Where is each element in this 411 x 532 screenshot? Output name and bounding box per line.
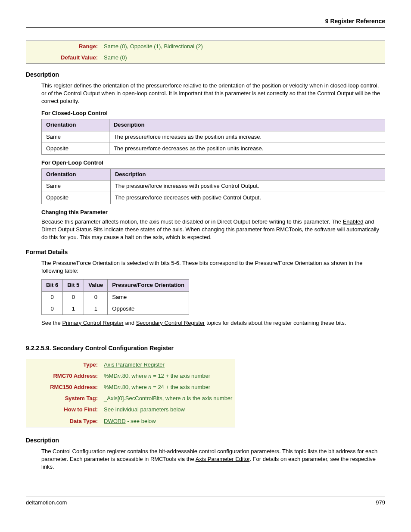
- bits-table: Bit 6 Bit 5 Value Pressure/Force Orienta…: [41, 279, 189, 315]
- see-paragraph: See the Primary Control Register and Sec…: [41, 319, 385, 327]
- cell-value: 0: [84, 291, 108, 303]
- systag-value: _Axis[0].SecControlBits, where n is the …: [101, 393, 235, 404]
- cell-orientation: Same: [42, 131, 109, 143]
- text: %MD: [104, 373, 118, 379]
- text: n: [118, 384, 121, 390]
- text: n: [118, 373, 121, 379]
- dword-link[interactable]: DWORD: [104, 418, 126, 424]
- text: is the axis number: [185, 395, 232, 401]
- text: and: [124, 320, 136, 326]
- open-loop-table: Orientation Description Same The pressur…: [41, 168, 385, 204]
- enabled-link[interactable]: Enabled: [343, 218, 364, 225]
- footer-left: deltamotion.com: [26, 499, 67, 507]
- th-description: Description: [110, 169, 385, 180]
- cell-description: The pressure/force increases with positi…: [110, 180, 385, 192]
- closed-loop-table: Orientation Description Same The pressur…: [41, 119, 385, 155]
- text: - see below: [126, 418, 156, 424]
- text: n: [148, 384, 151, 390]
- cell-bit5: 1: [63, 303, 84, 314]
- closed-loop-heading: For Closed-Loop Control: [41, 109, 385, 117]
- table-row: Opposite The pressure/force decreases as…: [42, 143, 385, 154]
- cell-bit5: 0: [63, 291, 84, 303]
- description-heading: Description: [26, 71, 385, 79]
- text: _Axis[0].SecControlBits, where: [104, 395, 182, 401]
- cell-orientation: Opposite: [42, 192, 111, 204]
- th-description: Description: [109, 119, 385, 131]
- default-value: Same (0): [104, 54, 127, 61]
- range-default-box: Range: Same (0), Opposite (1), Bidirecti…: [26, 40, 385, 64]
- text: .80, where: [121, 384, 148, 390]
- cell-description: The pressure/force decreases with positi…: [110, 192, 385, 204]
- changing-paragraph: Because this parameter affects motion, t…: [41, 218, 385, 242]
- text: = 24 + the axis number: [152, 384, 211, 390]
- description2-heading: Description: [26, 436, 385, 445]
- header-title: 9 Register Reference: [325, 18, 385, 25]
- cell-description: The pressure/force increases as the posi…: [109, 131, 385, 143]
- range-label: Range:: [79, 43, 98, 50]
- text: Because this parameter affects motion, t…: [41, 218, 343, 225]
- description2-paragraph: The Control Configuration register conta…: [41, 448, 385, 471]
- cell-orientation: Same: [108, 291, 189, 303]
- dtype-value: DWORD - see below: [101, 416, 235, 427]
- secondary-control-register-link[interactable]: Secondary Control Register: [136, 320, 205, 326]
- cell-value: 1: [84, 303, 108, 314]
- table-row: Same The pressure/force increases with p…: [42, 180, 385, 192]
- th-bit6: Bit 6: [42, 280, 63, 291]
- text: and: [363, 218, 374, 225]
- primary-control-register-link[interactable]: Primary Control Register: [62, 320, 123, 326]
- dtype-label: Data Type:: [70, 418, 98, 424]
- description-paragraph: This register defines the orientation of…: [41, 82, 385, 106]
- table-row: Opposite The pressure/force decreases wi…: [42, 192, 385, 204]
- changing-heading: Changing this Parameter: [41, 208, 385, 216]
- rmc70-label: RMC70 Address:: [53, 373, 98, 379]
- direct-output-link[interactable]: Direct Output: [41, 226, 75, 233]
- howto-label: How to Find:: [64, 406, 98, 413]
- cell-orientation: Opposite: [42, 143, 109, 154]
- axis-parameter-register-link[interactable]: Axis Parameter Register: [104, 361, 165, 368]
- th-bit5: Bit 5: [63, 280, 84, 291]
- default-label: Default Value:: [61, 54, 98, 61]
- table-row: 0 0 0 Same: [42, 291, 189, 303]
- cell-orientation: Opposite: [108, 303, 189, 314]
- th-orientation: Orientation: [42, 119, 109, 131]
- text: = 12 + the axis number: [152, 373, 211, 379]
- section-title: 9.2.2.5.9. Secondary Control Configurati…: [26, 344, 385, 353]
- axis-parameter-editor-link[interactable]: Axis Parameter Editor: [196, 456, 250, 462]
- open-loop-heading: For Open-Loop Control: [41, 159, 385, 167]
- page-header: 9 Register Reference: [26, 17, 385, 28]
- page-footer: deltamotion.com 979: [26, 497, 385, 507]
- systag-label: System Tag:: [65, 395, 98, 401]
- text: topics for details about the register co…: [205, 320, 346, 326]
- cell-orientation: Same: [42, 180, 111, 192]
- rmc70-value: %MDn.80, where n = 12 + the axis number: [101, 370, 235, 382]
- type-label: Type:: [83, 361, 98, 368]
- footer-right: 979: [376, 499, 385, 507]
- table-row: 0 1 1 Opposite: [42, 303, 189, 314]
- howto-value: See individual parameters below: [104, 406, 185, 413]
- th-value: Value: [84, 280, 108, 291]
- range-value: Same (0), Opposite (1), Bidirectional (2…: [104, 43, 203, 50]
- register-info-box: Type: Axis Parameter Register RMC70 Addr…: [26, 359, 235, 427]
- rmc150-label: RMC150 Address:: [50, 384, 98, 390]
- cell-bit6: 0: [42, 303, 63, 314]
- text: .80, where: [121, 373, 148, 379]
- cell-bit6: 0: [42, 291, 63, 303]
- table-row: Same The pressure/force increases as the…: [42, 131, 385, 143]
- cell-description: The pressure/force decreases as the posi…: [109, 143, 385, 154]
- format-heading: Format Details: [26, 248, 385, 257]
- rmc150-value: %MDn.80, where n = 24 + the axis number: [101, 382, 235, 393]
- text: %MD: [104, 384, 118, 390]
- status-bits-link[interactable]: Status Bits: [76, 226, 103, 233]
- text: n: [148, 373, 151, 379]
- text: See the: [41, 320, 62, 326]
- th-orientation: Orientation: [42, 169, 111, 180]
- th-orientation: Pressure/Force Orientation: [108, 280, 189, 291]
- format-paragraph: The Pressure/Force Orientation is select…: [41, 259, 385, 275]
